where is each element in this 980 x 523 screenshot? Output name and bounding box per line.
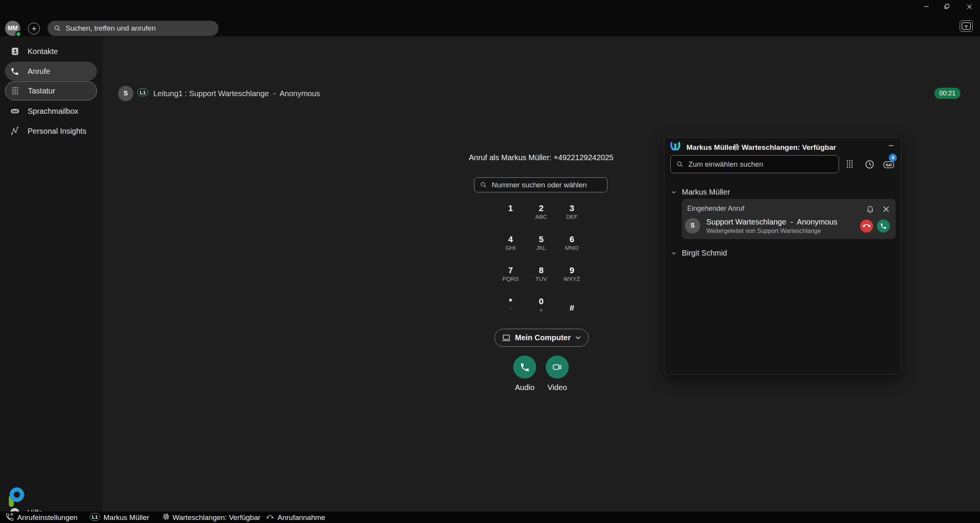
dialpad-key-7[interactable]: 7PQRS [495, 262, 526, 293]
caller-id-line: Anruf als Markus Müller: +4922129242025 [407, 153, 675, 162]
status-queues-label[interactable]: Warteschlangen: Verfügbar [172, 513, 261, 522]
sidebar-item-sprachmailbox[interactable]: Sprachmailbox [5, 102, 97, 121]
sidebar: Kontakte Anrufe Tastatur Sprachmailbox P… [0, 36, 102, 512]
agent-section-label: Birgit Schmid [682, 249, 727, 257]
status-pickup-label[interactable]: Anrufannahme [277, 513, 325, 522]
dialpad-key-5[interactable]: 5JKL [526, 231, 556, 262]
call-timer-value: 00:21 [939, 90, 956, 97]
clock-icon [865, 159, 875, 169]
global-search-input[interactable] [66, 24, 211, 33]
dialpad: 1 2ABC 3DEF 4GHI 5JKL 6MNO 7PQRS 8TUV 9W… [495, 200, 587, 324]
agent-section-label: Markus Müller [682, 188, 730, 197]
panel-search-input[interactable] [688, 160, 826, 169]
call-pickup-icon[interactable] [266, 513, 274, 520]
title-bar: MM [0, 0, 980, 36]
window-minimize-button[interactable] [921, 2, 932, 11]
call-settings-icon[interactable] [5, 513, 14, 521]
dialpad-key-6[interactable]: 6MNO [556, 231, 587, 262]
sidebar-item-tastatur[interactable]: Tastatur [5, 81, 97, 100]
avatar-initials: MM [8, 25, 18, 32]
call-timer: 00:21 [934, 88, 960, 99]
contacts-icon [10, 47, 20, 56]
phone-down-icon [863, 222, 870, 230]
webex-calling-app: MM Kontakte [0, 0, 980, 523]
dial-search-field[interactable] [474, 177, 607, 192]
panel-user-name: Markus Müller [686, 143, 735, 152]
line-badge-label: L1 [140, 90, 146, 95]
panel-voicemail-button[interactable] [883, 161, 894, 168]
incoming-call-header: Eingehender Anruf [687, 205, 744, 213]
sidebar-item-label: Tastatur [28, 87, 55, 95]
call-settings-label[interactable]: Anrufeinstellungen [17, 513, 77, 522]
close-icon [967, 4, 972, 10]
accept-call-button[interactable] [877, 220, 890, 233]
bell-icon[interactable] [866, 205, 874, 214]
queue-mini-window: Markus Müller Warteschlangen: Verfügbar … [664, 137, 901, 375]
avatar[interactable]: MM [5, 21, 20, 36]
active-call-avatar: S [118, 86, 133, 101]
audio-call-button[interactable] [513, 356, 536, 379]
panel-search-field[interactable] [670, 155, 839, 173]
dialpad-key-4[interactable]: 4GHI [495, 231, 526, 262]
queue-icon [732, 144, 740, 151]
incoming-call-avatar-initial: S [691, 222, 695, 229]
video-camera-icon [552, 362, 562, 372]
agent-section-markus[interactable]: Markus Müller [671, 188, 730, 197]
dismiss-call-icon[interactable] [883, 206, 890, 213]
decline-call-button[interactable] [860, 220, 873, 233]
minimize-icon [923, 3, 929, 10]
phone-icon [880, 223, 887, 230]
window-restore-button[interactable] [941, 2, 952, 11]
active-call-title[interactable]: Leitung1 : Support Warteschlange - Anony… [153, 89, 320, 98]
laptop-icon [502, 334, 511, 342]
sidebar-item-personal-insights[interactable]: Personal Insights [5, 121, 97, 141]
phone-icon [520, 362, 530, 372]
connect-device-button[interactable] [960, 20, 973, 32]
dialpad-key-8[interactable]: 8TUV [526, 262, 556, 293]
chevron-down-icon [575, 334, 581, 341]
incoming-call-avatar: S [685, 218, 700, 233]
video-call-button[interactable] [546, 356, 569, 379]
dial-search-input[interactable] [492, 181, 599, 189]
global-search[interactable] [48, 21, 218, 36]
sidebar-item-label: Personal Insights [28, 127, 86, 136]
device-cast-icon [962, 22, 971, 30]
insights-icon [10, 127, 20, 135]
incoming-call-card: Eingehender Anruf S Support Warteschlang… [682, 199, 896, 239]
dialpad-key-2[interactable]: 2ABC [526, 200, 556, 231]
sidebar-item-label: Anrufe [28, 67, 50, 76]
voicemail-icon [10, 107, 20, 116]
dialpad-key-9[interactable]: 9WXYZ [556, 262, 587, 293]
voicemail-count-badge: 4 [889, 154, 897, 162]
sidebar-item-kontakte[interactable]: Kontakte [5, 42, 97, 61]
phone-icon [10, 67, 20, 76]
dialpad-key-hash[interactable]: # [556, 293, 587, 324]
voicemail-icon [883, 161, 894, 168]
panel-queue-status[interactable]: Warteschlangen: Verfügbar [742, 143, 836, 152]
add-button[interactable] [28, 23, 40, 34]
video-label: Video [546, 383, 569, 392]
panel-minimize-button[interactable] [888, 142, 895, 149]
webex-logo [670, 141, 681, 152]
dialpad-key-star[interactable]: *’ [495, 293, 526, 324]
line-badge: L1 [137, 89, 148, 96]
agent-section-birgit[interactable]: Birgit Schmid [671, 249, 727, 257]
dialpad-key-0[interactable]: 0+ [526, 293, 556, 324]
panel-dialpad-button[interactable] [846, 159, 854, 169]
queue-icon[interactable] [163, 513, 169, 520]
dialpad-icon [846, 159, 854, 169]
call-history-button[interactable] [865, 159, 875, 169]
device-selector[interactable]: Mein Computer [494, 329, 589, 347]
sidebar-item-label: Sprachmailbox [28, 107, 78, 116]
status-line-badge: L1 [90, 513, 100, 521]
device-selector-label: Mein Computer [515, 333, 571, 342]
active-call-avatar-initial: S [123, 90, 128, 97]
chevron-down-icon [671, 251, 676, 256]
window-close-button[interactable] [964, 2, 975, 11]
dialpad-key-1[interactable]: 1 [495, 200, 526, 231]
dialpad-key-3[interactable]: 3DEF [556, 200, 587, 231]
placetel-logo [9, 487, 25, 507]
plus-icon [31, 26, 37, 32]
sidebar-item-anrufe[interactable]: Anrufe [5, 62, 97, 81]
status-user-name[interactable]: Markus Müller [103, 513, 149, 522]
